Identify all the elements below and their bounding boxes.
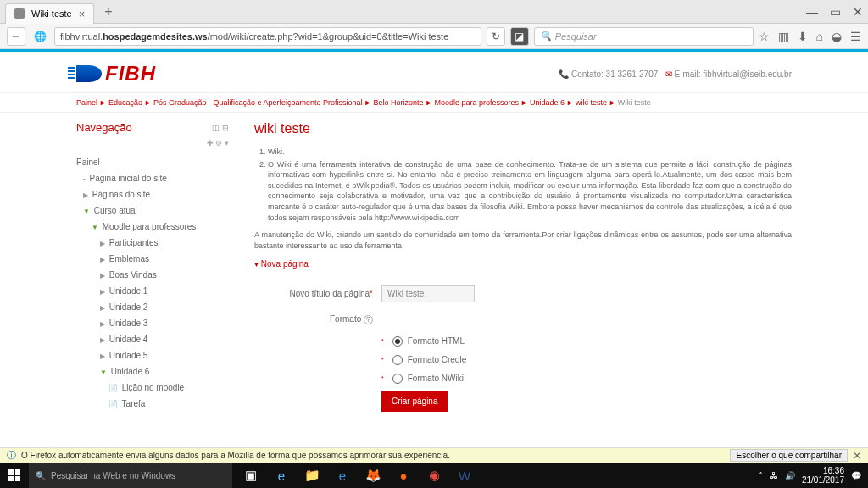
chrome-icon[interactable]: ◉ xyxy=(419,463,449,488)
format-options: *Formato HTML*Formato Creole*Formato NWi… xyxy=(381,336,792,384)
new-tab-button[interactable]: + xyxy=(99,4,117,19)
search-icon: 🔍 xyxy=(540,30,552,42)
browser-toolbar: ← 🌐 fibhvirtual.hospedagemdesites.ws/mod… xyxy=(0,24,868,49)
explorer-icon[interactable]: 📁 xyxy=(297,463,327,488)
pocket-icon[interactable]: ◒ xyxy=(832,30,842,43)
tab-favicon xyxy=(14,8,25,19)
home-icon[interactable]: ⌂ xyxy=(816,30,823,43)
browser-tab[interactable]: Wiki teste × xyxy=(5,3,94,24)
nav-item[interactable]: ▶ Boas Vindas xyxy=(76,267,229,283)
notif-choose-button[interactable]: Escolher o que compartilhar xyxy=(730,449,848,462)
search-box[interactable]: 🔍 Pesquisar xyxy=(534,27,754,46)
url-bar[interactable]: fibhvirtual.hospedagemdesites.ws/mod/wik… xyxy=(54,27,481,46)
nav-item[interactable]: ▶ Unidade 3 xyxy=(76,315,229,331)
reader-icon[interactable]: ◪ xyxy=(510,27,529,46)
format-radio-0[interactable]: *Formato HTML xyxy=(381,336,792,347)
nav-item[interactable]: ▶ Unidade 5 xyxy=(76,347,229,363)
firefox-notification-bar: ⓘ O Firefox automaticamente envia alguns… xyxy=(0,447,868,463)
nav-item[interactable]: • Página inicial do site xyxy=(76,170,229,186)
nav-item[interactable]: ▶ Unidade 4 xyxy=(76,331,229,347)
reload-button[interactable]: ↻ xyxy=(487,27,505,46)
site-logo[interactable]: FIBH xyxy=(76,62,156,86)
taskbar-clock[interactable]: 16:36 21/01/2017 xyxy=(802,466,844,485)
nav-item[interactable]: ▶ Emblemas xyxy=(76,251,229,267)
nav-item[interactable]: Painel xyxy=(76,154,229,170)
firefox-icon[interactable]: 🦊 xyxy=(358,463,388,488)
start-button[interactable] xyxy=(0,463,29,488)
block-controls-icon[interactable]: ◫ ⊟ xyxy=(212,124,229,132)
label-format: Formato ? xyxy=(254,314,373,324)
nav-block-title: Navegação ◫ ⊟ xyxy=(76,121,229,134)
minimize-icon[interactable]: — xyxy=(806,5,818,19)
tab-close-icon[interactable]: × xyxy=(79,8,86,20)
nav-item[interactable]: ▼ Curso atual xyxy=(76,202,229,219)
nav-item[interactable]: 📄 Tarefa xyxy=(76,396,229,412)
wiki-intro-item: Wiki. xyxy=(268,147,792,158)
create-page-button[interactable]: Criar página xyxy=(381,391,448,412)
close-window-icon[interactable]: ✕ xyxy=(853,5,863,19)
label-page-title: Novo título da página* xyxy=(254,289,373,298)
format-radio-1[interactable]: *Formato Creole xyxy=(381,355,792,365)
menu-icon[interactable]: ☰ xyxy=(850,30,861,43)
block-settings-icon[interactable]: ✚ ⚙ ▾ xyxy=(76,139,229,147)
edge-icon[interactable]: e xyxy=(266,463,297,488)
task-view-icon[interactable]: ▣ xyxy=(236,463,266,488)
page-title: wiki teste xyxy=(254,121,792,136)
window-titlebar: Wiki teste × + — ▭ ✕ xyxy=(0,0,868,24)
mail-icon: ✉ xyxy=(665,69,672,79)
breadcrumb-item[interactable]: Belo Horizonte xyxy=(373,98,423,107)
breadcrumb-item[interactable]: Pós Graduação - Qualificação e Aperfeiço… xyxy=(153,98,363,107)
breadcrumb-item: Wiki teste xyxy=(618,98,651,107)
breadcrumb-item[interactable]: Educação xyxy=(108,98,142,107)
globe-icon: 🌐 xyxy=(31,27,49,46)
tab-title: Wiki teste xyxy=(31,8,72,19)
collapse-new-page[interactable]: ▾ Nova página xyxy=(254,259,792,274)
firefox2-icon[interactable]: ● xyxy=(388,463,419,488)
nav-item[interactable]: ▶ Unidade 1 xyxy=(76,283,229,299)
library-icon[interactable]: ▥ xyxy=(778,30,789,43)
logo-wing-icon xyxy=(76,65,102,82)
bookmark-icon[interactable]: ☆ xyxy=(759,30,770,43)
info-icon: ⓘ xyxy=(7,449,16,462)
back-button[interactable]: ← xyxy=(7,27,25,46)
nav-item[interactable]: ▼ Moodle para professores xyxy=(76,219,229,235)
word-icon[interactable]: W xyxy=(449,463,480,488)
nav-item[interactable]: ▶ Unidade 2 xyxy=(76,299,229,315)
breadcrumb-item[interactable]: wiki teste xyxy=(576,98,607,107)
nav-item[interactable]: ▶ Participantes xyxy=(76,235,229,251)
sidebar-navigation: Navegação ◫ ⊟ ✚ ⚙ ▾ Painel• Página inici… xyxy=(76,121,229,412)
site-header: FIBH 📞 Contato: 31 3261-2707 ✉ E-mail: f… xyxy=(0,52,868,92)
system-tray[interactable]: ˄ 🖧 🔊 16:36 21/01/2017 💬 xyxy=(752,466,868,485)
format-radio-2[interactable]: *Formato NWiki xyxy=(381,374,792,384)
breadcrumb: Painel►Educação►Pós Graduação - Qualific… xyxy=(0,92,868,113)
notifications-icon[interactable]: 💬 xyxy=(851,471,861,480)
nav-tree: Painel• Página inicial do site▶ Páginas … xyxy=(76,154,229,412)
main-content: wiki teste Wiki. O Wiki é uma ferramenta… xyxy=(254,121,792,412)
phone-icon: 📞 xyxy=(559,69,569,79)
breadcrumb-item[interactable]: Unidade 6 xyxy=(530,98,565,107)
nav-item[interactable]: 📄 Lição no moodle xyxy=(76,380,229,396)
notif-close-icon[interactable]: ✕ xyxy=(853,450,861,462)
taskbar-search[interactable]: 🔍 Pesquisar na Web e no Windows xyxy=(29,463,232,488)
windows-taskbar: 🔍 Pesquisar na Web e no Windows ▣ e 📁 e … xyxy=(0,463,868,488)
nav-item[interactable]: ▼ Unidade 6 xyxy=(76,363,229,380)
page-title-input[interactable] xyxy=(381,285,475,302)
volume-icon[interactable]: 🔊 xyxy=(785,471,795,480)
breadcrumb-item[interactable]: Painel xyxy=(76,98,97,107)
page-content: FIBH 📞 Contato: 31 3261-2707 ✉ E-mail: f… xyxy=(0,49,868,447)
wiki-description: A manutenção do Wiki, criando um sentido… xyxy=(254,230,792,251)
nav-item[interactable]: ▶ Páginas do site xyxy=(76,186,229,202)
maximize-icon[interactable]: ▭ xyxy=(830,5,841,19)
ie-icon[interactable]: e xyxy=(327,463,358,488)
network-icon[interactable]: 🖧 xyxy=(770,471,778,480)
breadcrumb-item[interactable]: Moodle para professores xyxy=(434,98,519,107)
contact-info: 📞 Contato: 31 3261-2707 ✉ E-mail: fibhvi… xyxy=(559,69,792,79)
search-icon: 🔍 xyxy=(36,471,46,480)
tray-chevron-icon[interactable]: ˄ xyxy=(759,471,763,480)
help-icon[interactable]: ? xyxy=(364,315,373,324)
wiki-intro-item: O Wiki é uma ferramenta interativa de co… xyxy=(268,159,792,224)
downloads-icon[interactable]: ⬇ xyxy=(798,30,808,43)
